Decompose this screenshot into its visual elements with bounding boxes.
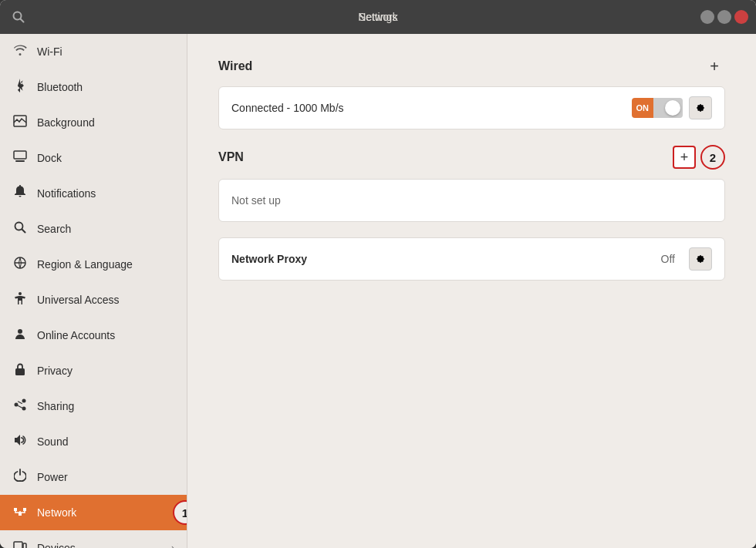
toggle-thumb <box>665 100 680 116</box>
vpn-not-setup-label: Not set up <box>231 194 712 207</box>
svg-point-11 <box>22 399 26 403</box>
background-icon <box>12 115 28 130</box>
sidebar-item-notifications[interactable]: Notifications <box>0 176 187 211</box>
sidebar-item-privacy[interactable]: Privacy <box>0 353 187 388</box>
universal-access-icon <box>12 291 28 308</box>
sidebar-sound-label: Sound <box>37 435 174 448</box>
sidebar-item-background[interactable]: Background <box>0 105 187 140</box>
sidebar-universal-access-label: Universal Access <box>37 294 174 306</box>
svg-point-12 <box>15 403 19 407</box>
main-content: Wired + Connected - 1000 Mb/s ON <box>187 34 756 548</box>
sidebar-item-wifi[interactable]: Wi-Fi <box>0 34 187 69</box>
wired-connection-row: Connected - 1000 Mb/s ON <box>219 87 724 129</box>
svg-rect-16 <box>23 508 26 511</box>
sidebar-online-accounts-label: Online Accounts <box>37 329 174 341</box>
online-accounts-icon <box>12 327 28 344</box>
vpn-connection-row: Not set up <box>219 180 724 221</box>
sidebar-item-universal-access[interactable]: Universal Access <box>0 282 187 318</box>
devices-chevron-icon: › <box>171 543 174 548</box>
close-button[interactable] <box>734 10 748 24</box>
maximize-button[interactable] <box>717 10 731 24</box>
vpn-add-button[interactable]: + <box>673 146 696 169</box>
titlebar: Settings Network <box>0 0 756 34</box>
proxy-card[interactable]: Network Proxy Off <box>218 237 725 281</box>
wifi-icon <box>12 44 28 59</box>
wired-card: Connected - 1000 Mb/s ON <box>218 86 725 129</box>
svg-line-6 <box>22 230 25 233</box>
minimize-button[interactable] <box>700 10 714 24</box>
bell-icon <box>12 185 28 202</box>
proxy-value: Off <box>661 253 675 265</box>
toggle-on-label: ON <box>632 98 654 118</box>
sidebar-bluetooth-label: Bluetooth <box>37 81 174 93</box>
gear-icon <box>695 103 706 113</box>
network-badge: 1 <box>173 500 187 525</box>
devices-icon <box>12 540 28 548</box>
window-controls <box>700 10 748 24</box>
sidebar-item-power[interactable]: Power <box>0 459 187 495</box>
wired-toggle[interactable]: ON <box>632 98 683 118</box>
sidebar-item-devices[interactable]: Devices › <box>0 530 187 548</box>
privacy-icon <box>12 362 28 379</box>
search-sidebar-icon <box>12 221 28 237</box>
svg-point-9 <box>18 329 22 334</box>
toggle-track <box>653 98 683 118</box>
sidebar-item-sharing[interactable]: Sharing <box>0 388 187 424</box>
dock-icon <box>12 150 28 166</box>
sidebar-background-label: Background <box>37 116 174 129</box>
proxy-row[interactable]: Network Proxy Off <box>219 238 724 280</box>
sidebar-item-dock[interactable]: Dock <box>0 140 187 176</box>
sidebar-devices-label: Devices <box>37 542 162 548</box>
sharing-icon <box>12 398 28 414</box>
vpn-badge: 2 <box>700 145 725 170</box>
wired-settings-button[interactable] <box>689 96 712 119</box>
search-icon <box>12 11 25 23</box>
proxy-gear-icon <box>695 254 706 264</box>
region-icon <box>12 256 28 273</box>
svg-point-13 <box>22 407 26 411</box>
sidebar-item-region[interactable]: Region & Language <box>0 247 187 282</box>
proxy-settings-button[interactable] <box>689 247 712 271</box>
wired-section-header: Wired + <box>218 55 725 77</box>
vpn-button-group: + 2 <box>673 145 725 170</box>
sidebar-item-sound[interactable]: Sound <box>0 424 187 459</box>
sidebar-region-label: Region & Language <box>37 258 174 271</box>
wired-add-button[interactable]: + <box>704 55 725 77</box>
vpn-title: VPN <box>218 150 244 164</box>
sidebar-sharing-label: Sharing <box>37 400 174 412</box>
sidebar-item-online-accounts[interactable]: Online Accounts <box>0 318 187 353</box>
settings-window: Settings Network Wi-Fi <box>0 0 756 548</box>
wired-title: Wired <box>218 59 252 73</box>
sidebar-item-network[interactable]: Network 1 <box>0 495 187 530</box>
network-icon <box>12 505 28 520</box>
sidebar-power-label: Power <box>37 471 174 483</box>
content-area: Wi-Fi Bluetooth Backg <box>0 34 756 548</box>
svg-rect-15 <box>14 508 17 511</box>
sidebar-dock-label: Dock <box>37 152 174 164</box>
sidebar-privacy-label: Privacy <box>37 365 174 377</box>
sidebar-item-search[interactable]: Search <box>0 211 187 247</box>
svg-rect-18 <box>23 543 26 548</box>
power-icon <box>12 469 28 486</box>
sidebar-network-label: Network <box>37 506 174 519</box>
svg-rect-17 <box>14 542 22 548</box>
bluetooth-icon <box>12 79 28 96</box>
sound-icon <box>12 434 28 449</box>
sidebar: Wi-Fi Bluetooth Backg <box>0 34 187 548</box>
vpn-section-header: VPN + 2 <box>218 145 725 170</box>
sidebar-notifications-label: Notifications <box>37 187 174 200</box>
proxy-label: Network Proxy <box>231 253 661 265</box>
sidebar-wifi-label: Wi-Fi <box>37 45 174 58</box>
svg-rect-4 <box>15 160 25 162</box>
titlebar-title: Network <box>358 11 397 23</box>
svg-rect-10 <box>15 368 25 375</box>
vpn-card: Not set up <box>218 179 725 222</box>
wired-connection-label: Connected - 1000 Mb/s <box>231 102 632 114</box>
titlebar-search-button[interactable] <box>8 6 29 28</box>
svg-line-1 <box>21 19 24 22</box>
svg-point-8 <box>19 292 22 295</box>
sidebar-search-label: Search <box>37 223 174 235</box>
svg-rect-3 <box>14 151 26 159</box>
sidebar-item-bluetooth[interactable]: Bluetooth <box>0 69 187 105</box>
